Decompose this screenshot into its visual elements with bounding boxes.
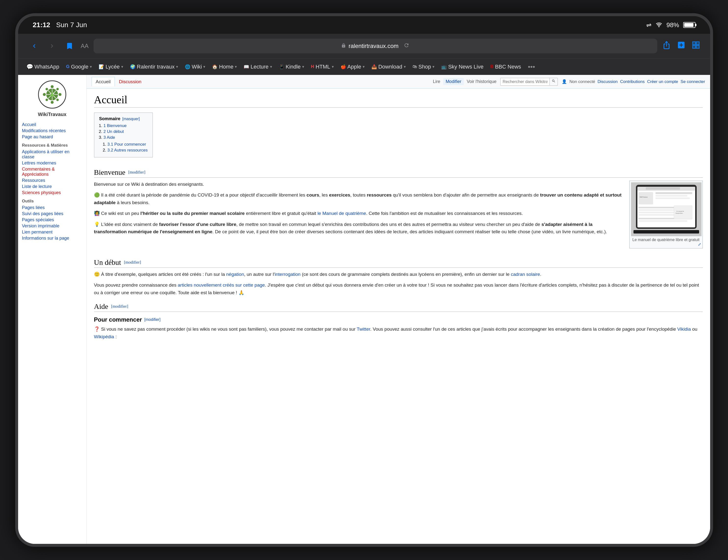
wiki-sidebar: WikiTravaux Accueil Modifications récent… [18,75,87,544]
bookmark-wiki[interactable]: 🌐 Wiki ▾ [181,62,209,72]
tab-accueil[interactable]: Accueil [92,77,115,86]
toc-sub-item: 3.1 Pour commencer [107,142,148,147]
tab-discussion[interactable]: Discussion [115,77,146,86]
svg-rect-38 [638,220,687,222]
sidebar-link-sciences[interactable]: Sciences physiques [22,190,83,195]
sidebar-link-lettres[interactable]: Lettres modernes [22,161,83,166]
link-manuel-quatrieme[interactable]: le Manuel de quatrième [317,211,366,216]
whatsapp-icon: 💬 [26,64,33,70]
para-bienvenue-1: Bienvenue sur ce Wiki à destination des … [94,181,703,188]
sidebar-link-lecture-list[interactable]: Liste de lecture [22,184,83,189]
bookmark-kindle[interactable]: 📱 Kindle ▾ [275,62,308,72]
wiki-search-button[interactable] [549,78,558,85]
sidebar-outils-title: Outils [22,199,83,204]
link-vikidia[interactable]: Vikidia [677,326,691,332]
new-tab-button[interactable] [677,41,686,51]
toc-link-autres-ressources[interactable]: 3.2 Autres ressources [107,148,148,153]
bookmark-label: BBC News [495,64,521,70]
sidebar-link-accueil[interactable]: Accueil [22,122,83,127]
bookmark-label: Wiki [192,64,202,70]
more-bookmarks-button[interactable]: ••• [525,61,538,72]
lecture-icon: 📖 [244,64,249,70]
login-link[interactable]: Se connecter [680,79,705,84]
svg-point-13 [56,99,59,101]
chevron-down-icon: ▾ [432,64,434,69]
sidebar-link-suivi[interactable]: Suivi des pages liées [22,211,83,216]
apple-icon: 🍎 [341,64,346,70]
action-lire[interactable]: Lire [433,79,440,84]
bookmark-apple[interactable]: 🍎 Apple ▾ [337,62,368,72]
svg-point-10 [46,88,48,90]
action-historique[interactable]: Voir l'historique [467,79,497,84]
bookmark-home[interactable]: 🏠 Home ▾ [209,62,240,72]
bookmark-html[interactable]: H HTML ▾ [308,62,337,72]
bookmark-whatsapp[interactable]: 💬 WhatsApp [23,62,63,72]
lycee-icon: 📝 [99,64,104,70]
sidebar-link-commentaires[interactable]: Commentaires & Appréciations [22,167,83,177]
modifier-aide[interactable]: [modifier] [111,304,128,309]
sidebar-link-ressources[interactable]: Ressources [22,178,83,183]
modifier-debut[interactable]: [modifier] [124,260,141,265]
modifier-bienvenue[interactable]: [modifier] [128,170,145,175]
bookmarks-button[interactable] [63,40,76,52]
bookmark-label: Apple [347,64,361,70]
wiki-site-title: WikiTravaux [22,112,83,117]
action-modifier[interactable]: Modifier [443,78,464,85]
sidebar-link-hasard[interactable]: Page au hasard [22,134,83,140]
link-wikipedia[interactable]: Wikipédia [94,334,114,339]
sidebar-link-permanent[interactable]: Lien permanent [22,230,83,235]
bookmark-bbcnews[interactable]: B BBC News [487,62,524,72]
sidebar-link-modifications[interactable]: Modifications récentes [22,128,83,133]
bookmark-lecture[interactable]: 📖 Lecture ▾ [240,62,275,72]
sidebar-link-speciales[interactable]: Pages spéciales [22,217,83,223]
forward-button[interactable] [46,40,58,52]
back-button[interactable] [28,40,41,52]
discussion-link[interactable]: Discussion [597,79,618,84]
nav-center: AA ralentirtravaux.com [81,39,657,53]
chevron-down-icon: ▾ [363,64,365,69]
link-negation[interactable]: négation [226,272,244,277]
image-expand-icon[interactable]: ⤢ [631,242,701,247]
tabs-button[interactable] [692,41,700,51]
toc-title-text: Sommaire [99,116,120,121]
section-bienvenue: Bienvenue [modifier] [94,168,703,252]
svg-rect-42 [633,230,699,234]
svg-rect-28 [638,192,653,204]
bookmark-google[interactable]: G Google ▾ [63,62,95,72]
bookmark-ralentir[interactable]: 🌍 Ralentir travaux ▾ [127,62,181,72]
bookmark-shop[interactable]: 🛍 Shop ▾ [409,62,438,72]
contributions-link[interactable]: Contributions [620,79,645,84]
html-icon: H [311,64,314,69]
reader-button[interactable]: AA [81,43,89,49]
sidebar-link-pages-liees[interactable]: Pages liées [22,205,83,210]
link-cadran-solaire[interactable]: cadran solaire [511,272,540,277]
bookmark-download[interactable]: 📥 Download ▾ [368,62,409,72]
share-button[interactable] [662,41,671,51]
kindle-icon: 📱 [279,64,284,70]
bookmark-lycee[interactable]: 📝 Lycée ▾ [95,62,127,72]
chevron-down-icon: ▾ [203,64,205,69]
sidebar-link-applis[interactable]: Applications à utiliser en classe [22,149,83,160]
link-twitter[interactable]: Twitter [357,326,370,332]
bookmark-skynews[interactable]: 📺 Sky News Live [438,62,487,72]
toc-link-debut[interactable]: 2 Un début [104,129,124,134]
bookmark-label: Sky News Live [448,64,483,70]
bookmark-label: Google [71,64,88,70]
battery-icon [683,22,695,28]
reload-button[interactable] [404,42,409,50]
wiki-search-input[interactable] [501,78,549,85]
link-interrogation[interactable]: interrogation [275,272,301,277]
toc-link-pour-commencer[interactable]: 3.1 Pour commencer [107,142,146,147]
modifier-pour-commencer[interactable]: [modifier] [144,317,161,322]
toc-link-bienvenue[interactable]: 1 Bienvenue [104,123,127,128]
link-articles-nouveaux[interactable]: articles nouvellement créés sur cette pa… [178,282,265,287]
toc-hide-button[interactable]: [masquer] [122,117,140,121]
bookmark-label: Ralentir travaux [137,64,175,70]
toc-item: 2 Un début [104,129,148,134]
url-bar[interactable]: ralentirtravaux.com [94,39,657,53]
sidebar-link-imprimable[interactable]: Version imprimable [22,224,83,229]
sidebar-link-infos[interactable]: Informations sur la page [22,236,83,241]
toc-link-aide[interactable]: 3 Aide [104,135,115,140]
create-account-link[interactable]: Créer un compte [647,79,678,84]
home-icon: 🏠 [212,64,217,70]
